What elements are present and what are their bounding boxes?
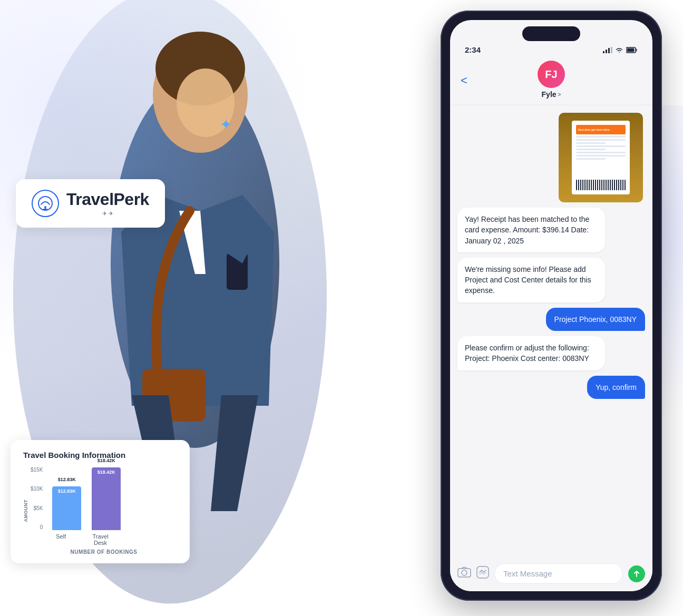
bar-travel-inner-label: $18.42K <box>97 467 115 475</box>
svg-rect-12 <box>608 48 610 53</box>
svg-rect-10 <box>603 51 604 53</box>
signal-icon <box>603 47 612 53</box>
bar-self-inner-label: $12.83K <box>58 486 76 494</box>
msg-matched-receipt: Yay! Receipt has been matched to the car… <box>457 208 605 252</box>
chart-with-axis: AMOUNT $15K $10K $5K 0 $ <box>23 467 177 555</box>
y-label-5k: $5K <box>34 505 43 511</box>
svg-rect-13 <box>611 47 612 53</box>
travelperk-logo-text: TravelPerk ✈ ✈ <box>66 190 149 217</box>
travelperk-icon <box>32 190 59 217</box>
svg-point-17 <box>462 570 467 575</box>
y-label-0: 0 <box>40 524 43 530</box>
bar-self: $12.83K <box>52 486 81 530</box>
wifi-icon <box>615 47 623 53</box>
chart-bar-self: $12.83K $12.83K <box>52 486 81 530</box>
chart-bar-travel: $18.42K $18.42K <box>92 467 121 530</box>
chat-messages: How does get more done. Yay! Receipt has… <box>450 105 652 558</box>
chat-contact-name[interactable]: Fyle > <box>542 90 561 99</box>
svg-rect-15 <box>627 48 635 52</box>
receipt-line-4 <box>576 145 626 147</box>
battery-icon <box>626 47 638 53</box>
chart-x-label-self: Self <box>46 533 75 546</box>
receipt-header-bar: How does get more done. <box>576 125 626 134</box>
app-icon[interactable] <box>476 566 489 582</box>
status-time: 2:34 <box>465 45 481 54</box>
status-icons <box>603 47 638 53</box>
receipt-line-2 <box>576 139 626 141</box>
chart-x-title: NUMBER OF BOOKINGS <box>31 549 177 555</box>
send-button[interactable] <box>628 565 645 582</box>
chart-bars-container: $12.83K $12.83K $18.42K $18. <box>47 467 121 530</box>
svg-rect-18 <box>477 566 489 578</box>
chat-avatar: FJ <box>538 61 565 88</box>
bar-travel: $18.42K <box>92 467 121 530</box>
chart-x-labels: Self Travel Desk <box>31 533 177 546</box>
chart-y-axis: $15K $10K $5K 0 <box>31 467 47 530</box>
msg-yup-confirm: Yup, confirm <box>587 376 645 399</box>
msg-missing-info: We're missing some info! Please add Proj… <box>457 258 605 302</box>
person-figure <box>53 11 327 511</box>
phone-screen: 2:34 <box>450 20 652 591</box>
travelperk-card: TravelPerk ✈ ✈ <box>16 179 165 228</box>
svg-rect-11 <box>606 50 607 53</box>
phone-mockup: 2:34 <box>441 11 662 601</box>
receipt-image-bubble: How does get more done. <box>559 113 643 202</box>
receipt-line-8 <box>576 158 606 160</box>
receipt-line-6 <box>576 152 626 153</box>
camera-icon[interactable] <box>457 566 471 581</box>
dynamic-island <box>522 26 580 41</box>
back-button[interactable]: < <box>461 74 467 87</box>
y-label-15k: $15K <box>31 467 43 473</box>
chat-header: < FJ Fyle > <box>450 56 652 105</box>
receipt-inner: How does get more done. <box>572 121 630 194</box>
receipt-line-1 <box>576 136 626 138</box>
chat-name-chevron: > <box>558 92 561 97</box>
chart-card: Travel Booking Information AMOUNT $15K $… <box>11 440 190 563</box>
receipt-line-7 <box>576 155 626 157</box>
receipt-line-3 <box>576 142 606 144</box>
text-message-input[interactable]: Text Message <box>494 563 623 584</box>
chart-y-title: AMOUNT <box>23 500 28 522</box>
chat-input-bar: Text Message <box>450 558 652 591</box>
y-label-10k: $10K <box>31 486 43 492</box>
chart-x-label-travel: Travel Desk <box>86 533 115 546</box>
travelperk-tagline: ✈ ✈ <box>66 210 149 217</box>
msg-project-phoenix: Project Phoenix, 0083NY <box>546 308 645 331</box>
left-section: ✦ TravelPerk ✈ ✈ Travel Booking Informat… <box>0 0 327 616</box>
status-bar: 2:34 <box>450 41 652 56</box>
receipt-barcode <box>576 180 626 190</box>
receipt-line-5 <box>576 149 606 150</box>
msg-confirm-details: Please confirm or adjust the following: … <box>457 336 605 370</box>
bar-self-value: $12.83K <box>52 477 81 482</box>
bar-travel-value: $18.42K <box>92 458 121 463</box>
sparkle-decoration: ✦ <box>220 116 232 133</box>
receipt-store-text: How does get more done. <box>578 128 610 131</box>
